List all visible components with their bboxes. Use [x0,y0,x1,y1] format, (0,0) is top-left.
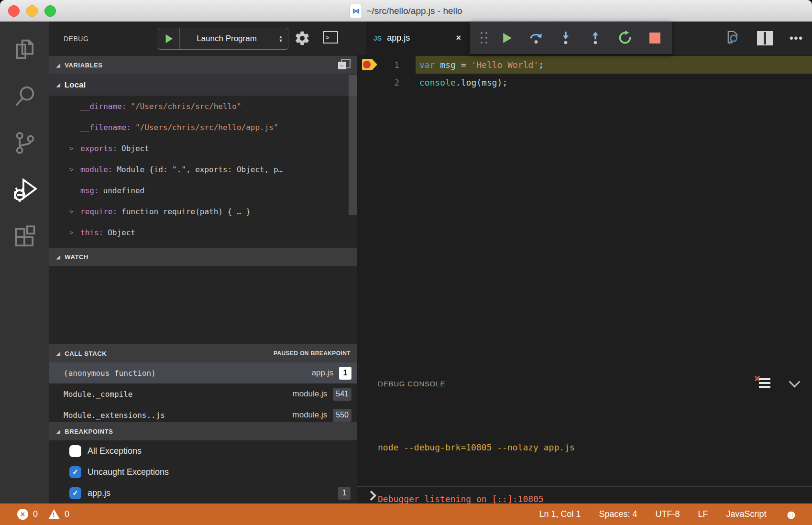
variable-row[interactable]: ▷ module: Module {id: ".", exports: Obje… [49,159,357,180]
line-number-badge: 541 [333,388,351,401]
step-over-button[interactable] [527,29,545,46]
debug-sidebar: DEBUG Launch Program ▲▼ > ◢ VARIABLES [49,22,357,503]
variable-row[interactable]: __filename: "/Users/chris/src/hello/app.… [49,117,357,138]
restart-button[interactable] [616,29,634,46]
start-debug-icon[interactable] [158,28,180,49]
debug-icon[interactable] [0,168,49,212]
chevron-down-icon[interactable] [789,376,800,387]
watch-section-header[interactable]: ◢ WATCH [49,248,357,266]
twistie-collapsed-icon[interactable]: ▷ [70,208,80,215]
dropdown-arrows-icon: ▲▼ [274,35,288,43]
variable-row[interactable]: __dirname: "/Users/chris/src/hello" [49,96,357,117]
explorer-icon[interactable] [0,27,49,71]
close-icon[interactable]: × [456,33,461,43]
js-file-icon: JS [373,34,382,42]
sidebar-scrollbar[interactable] [349,75,357,215]
twistie-collapsed-icon[interactable]: ▷ [70,166,80,173]
variable-row[interactable]: ▷ require: function require(path) { … } [49,201,357,222]
checkbox-checked[interactable]: ✓ [69,487,81,499]
variables-header-label: VARIABLES [65,62,103,69]
encoding[interactable]: UTF-8 [656,509,680,519]
source-control-icon[interactable] [0,121,49,165]
debug-console-title: DEBUG CONSOLE [378,380,445,388]
line-number-badge: 550 [333,409,351,422]
code-editor[interactable]: 1 var msg = 'Hello World'; 2 console.log… [357,55,812,368]
variables-list: __dirname: "/Users/chris/src/hello" __fi… [49,96,357,243]
breakpoint-row-appjs[interactable]: ✓ app.js 1 [49,482,357,503]
variable-row[interactable]: ▷ this: Object [49,222,357,243]
clear-console-icon[interactable]: × [756,377,770,389]
launch-configuration-label: Launch Program [180,34,274,44]
variables-section-header[interactable]: ◢ VARIABLES − [49,56,357,74]
scope-label: Local [65,80,86,90]
twistie-expanded-icon: ◢ [56,351,60,356]
errors-icon[interactable]: × [17,509,28,520]
toolbar-drag-handle[interactable] [481,32,483,34]
debug-console-panel: DEBUG CONSOLE × node --debug-brk=10805 -… [357,368,812,504]
twistie-expanded-icon: ◢ [56,254,60,260]
warning-count[interactable]: 0 [65,509,69,519]
error-count[interactable]: 0 [33,509,38,519]
feedback-smiley-icon[interactable]: ☻ [785,508,798,521]
launch-configuration-dropdown[interactable]: Launch Program ▲▼ [158,28,288,50]
tab-appjs[interactable]: JS app.js × [366,22,469,55]
twistie-expanded-icon: ◢ [56,63,60,68]
activity-bar [0,22,49,503]
debug-view-title: DEBUG [64,35,88,43]
stop-button[interactable] [646,29,663,46]
console-input-row[interactable] [357,486,812,504]
console-line: node --debug-brk=10805 --nolazy app.js [378,439,575,456]
eol-setting[interactable]: LF [698,509,708,519]
open-debug-console-icon[interactable]: > [323,31,338,44]
stack-frame-row[interactable]: (anonymous function) app.js 1 [49,362,357,383]
variable-row[interactable]: msg: undefined [49,180,357,201]
extensions-icon[interactable] [0,215,49,259]
collapse-all-icon[interactable]: − [338,59,351,71]
variable-row[interactable]: ▷ exports: Object [49,138,357,159]
find-in-file-icon[interactable] [724,29,741,47]
twistie-collapsed-icon[interactable]: ▷ [70,229,80,236]
twistie-collapsed-icon[interactable]: ▷ [70,145,80,152]
twistie-expanded-icon: ◢ [56,429,60,434]
twistie-expanded-icon: ◢ [56,82,60,88]
window-title: ~/src/hello/app.js - hello [366,6,462,16]
cursor-position[interactable]: Ln 1, Col 1 [539,509,581,519]
watch-header-label: WATCH [65,253,88,261]
line-number-badge: 1 [339,367,351,380]
stack-frame-row[interactable]: Module._compile module.js 541 [49,383,357,405]
continue-button[interactable] [498,29,515,46]
breakpoints-section-header[interactable]: ◢ BREAKPOINTS [49,422,357,440]
call-stack-list: (anonymous function) app.js 1 Module._co… [49,362,357,422]
checkbox-unchecked[interactable] [69,445,81,457]
breakpoints-header-label: BREAKPOINTS [65,428,113,435]
line-number: 1 [384,60,399,70]
call-stack-section-header[interactable]: ◢ CALL STACK PAUSED ON BREAKPOINT [49,344,357,362]
paused-on-breakpoint-status: PAUSED ON BREAKPOINT [274,350,351,357]
breakpoint-row-uncaught-exceptions[interactable]: ✓ Uncaught Exceptions [49,461,357,482]
code-line-2: console.log(msg); [419,77,507,88]
debug-toolbar [470,22,672,54]
code-line-1: var msg = 'Hello World'; [419,60,544,70]
vscode-window: ⋈ ~/src/hello/app.js - hello DEBUG [0,0,812,525]
indentation-setting[interactable]: Spaces: 4 [599,509,637,519]
breakpoint-row-all-exceptions[interactable]: All Exceptions [49,440,357,461]
search-icon[interactable] [0,74,49,118]
status-bar: × 0 ! 0 Ln 1, Col 1 Spaces: 4 UTF-8 LF J… [0,503,812,525]
editor-group: JS app.js × ••• [357,22,812,503]
vscode-document-icon: ⋈ [350,4,362,18]
warnings-icon[interactable]: ! [48,509,60,519]
stack-frame-row[interactable]: Module._extensions..js module.js 550 [49,405,357,422]
line-number: 2 [384,77,399,88]
breakpoint-count-badge: 1 [338,487,351,500]
debug-view-header: DEBUG Launch Program ▲▼ > [49,22,357,56]
split-editor-icon[interactable] [757,31,773,45]
title-bar: ⋈ ~/src/hello/app.js - hello [0,0,812,22]
prompt-chevron-icon [366,491,376,501]
step-out-button[interactable] [587,29,604,46]
step-into-button[interactable] [557,29,574,46]
scope-local-row[interactable]: ◢ Local [49,74,357,96]
language-mode[interactable]: JavaScript [726,509,767,519]
checkbox-checked[interactable]: ✓ [69,466,81,478]
configure-gear-icon[interactable] [294,30,310,48]
more-actions-icon[interactable]: ••• [790,32,803,44]
